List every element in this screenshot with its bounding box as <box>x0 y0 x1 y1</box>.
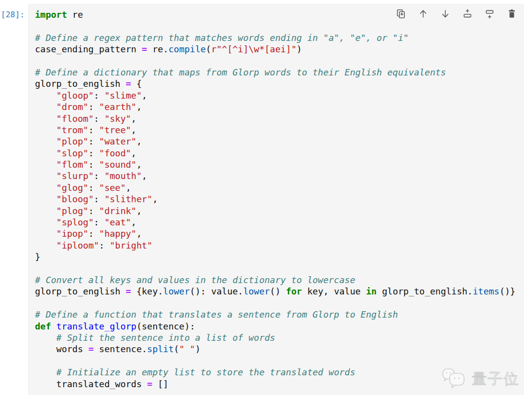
code-cell[interactable]: import re # Define a regex pattern that … <box>28 4 524 395</box>
code-line: "bloog": "slither", <box>35 193 523 205</box>
cell-toolbar <box>396 9 517 20</box>
code-line: "gloop": "slime", <box>35 90 523 101</box>
code-line <box>35 355 523 366</box>
qbitai-logo-icon <box>441 367 469 390</box>
move-cell-up-button[interactable] <box>418 9 429 20</box>
code-line: "splog": "eat", <box>35 217 523 228</box>
code-line: "plog": "drink", <box>35 205 523 217</box>
code-line: "trom": "tree", <box>35 124 523 136</box>
move-cell-down-icon <box>440 8 451 21</box>
code-line: "iploom": "bright" <box>35 240 523 251</box>
code-line <box>35 20 523 32</box>
code-line: glorp_to_english = {key.lower(): value.l… <box>35 286 523 297</box>
delete-cell-button[interactable] <box>506 9 517 20</box>
code-line: "ipop": "happy", <box>35 228 523 239</box>
code-line: "slurp": "mouth", <box>35 170 523 181</box>
code-line: # Define a dictionary that maps from Glo… <box>35 67 523 78</box>
insert-cell-above-icon <box>462 8 473 21</box>
code-line: "slop": "food", <box>35 147 523 159</box>
code-line: # Define a regex pattern that matches wo… <box>35 32 523 43</box>
watermark: 量子位 <box>441 367 519 390</box>
watermark-text: 量子位 <box>472 369 519 389</box>
delete-cell-icon <box>506 8 517 21</box>
code-line <box>35 297 523 309</box>
insert-cell-below-button[interactable] <box>484 9 495 20</box>
code-line: case_ending_pattern = re.compile(r"^[^i]… <box>35 43 523 55</box>
move-cell-down-button[interactable] <box>440 9 451 20</box>
code-line: "glog": "see", <box>35 182 523 193</box>
insert-cell-above-button[interactable] <box>462 9 473 20</box>
code-line: } <box>35 251 523 262</box>
code-line: "flom": "sound", <box>35 159 523 170</box>
move-cell-up-icon <box>418 8 429 21</box>
code-line: # Define a function that translates a se… <box>35 309 523 320</box>
duplicate-cell-icon <box>396 8 406 21</box>
duplicate-cell-button[interactable] <box>396 9 406 20</box>
code-line: def translate_glorp(sentence): <box>35 321 523 332</box>
code-line: # Convert all keys and values in the dic… <box>35 274 523 286</box>
execution-count: [28]: <box>0 9 25 20</box>
code-line: "floom": "sky", <box>35 113 523 124</box>
code-line: "plop": "water", <box>35 136 523 147</box>
code-line <box>35 55 523 67</box>
code-line: words = sentence.split(" ") <box>35 343 523 355</box>
code-editor[interactable]: import re # Define a regex pattern that … <box>29 4 523 390</box>
code-line: glorp_to_english = { <box>35 78 523 89</box>
code-line: # Split the sentence into a list of word… <box>35 332 523 343</box>
code-line <box>35 263 523 274</box>
code-line: "drom": "earth", <box>35 101 523 112</box>
insert-cell-below-icon <box>484 8 495 21</box>
